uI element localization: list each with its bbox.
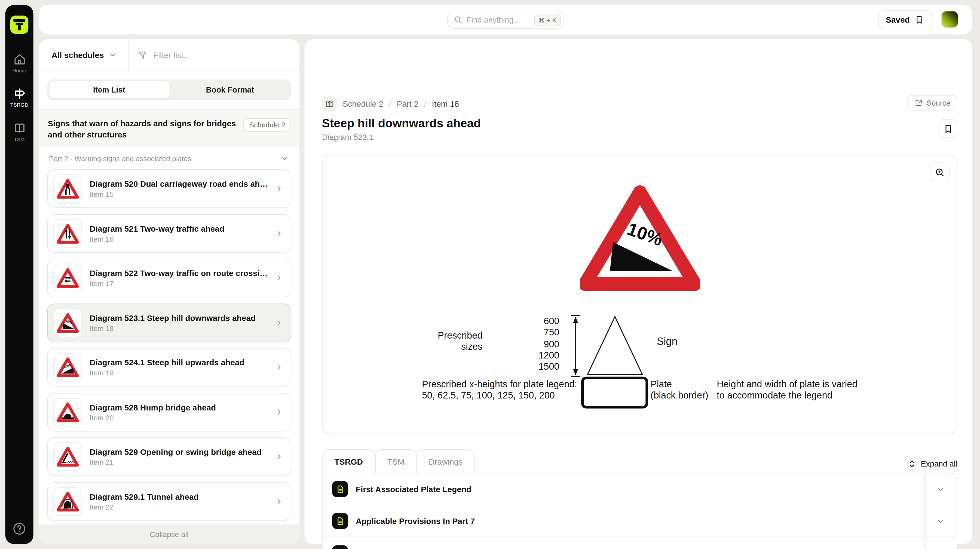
list-item-subtitle: Item 19: [89, 369, 245, 377]
search-shortcut-badge: ⌘ + K: [534, 13, 561, 26]
schedules-dropdown[interactable]: All schedules: [39, 40, 129, 71]
schedules-dropdown-label: All schedules: [51, 50, 104, 60]
accordion-row[interactable]: First Associated Plate Legend: [323, 473, 956, 505]
signpost-icon: [13, 87, 26, 100]
chevron-right-icon: [274, 318, 284, 328]
list-item-subtitle: Item 16: [89, 235, 224, 243]
page-title: Steep hill downwards ahead: [322, 117, 481, 130]
accordion-row-icon: [332, 513, 348, 529]
list-item[interactable]: Diagram 522 Two-way traffic on route cro…: [47, 259, 291, 297]
part-collapse-row[interactable]: Part 2 · Warning signs and associated pl…: [39, 148, 299, 168]
tab-item-list[interactable]: Item List: [48, 81, 170, 99]
collapse-all-button[interactable]: Collapse all: [39, 525, 299, 544]
steep-hill-sign-image: 10%: [580, 180, 700, 292]
global-search-input[interactable]: Find anything... ⌘ + K: [447, 11, 564, 29]
list-item[interactable]: Diagram 529 Opening or swing bridge ahea…: [47, 437, 291, 476]
book-badge-icon: [322, 96, 337, 111]
list-item-title: Diagram 521 Two-way traffic ahead: [89, 224, 224, 233]
breadcrumb-part[interactable]: Part 2: [397, 99, 418, 108]
list-item-subtitle: Item 15: [89, 191, 272, 198]
chevron-right-icon: [274, 362, 284, 372]
help-button[interactable]: [12, 522, 27, 536]
list-item[interactable]: Diagram 528 Hump bridge ahead Item 20: [47, 393, 291, 431]
bookmark-item-button[interactable]: [939, 119, 958, 138]
top-bar: Find anything... ⌘ + K Saved: [39, 5, 972, 34]
sign-thumbnail: [53, 264, 82, 293]
accordion-row[interactable]: Applicable Provisions In Part 7: [323, 505, 956, 537]
list-item-title: Diagram 524.1 Steep hill upwards ahead: [89, 358, 245, 367]
item-list-panel: All schedules Filter list... Item List B…: [39, 40, 299, 544]
list-item-title: Diagram 523.1 Steep hill downwards ahead: [89, 313, 256, 323]
sign-thumbnail: [53, 487, 82, 516]
breadcrumb-schedule[interactable]: Schedule 2: [342, 99, 383, 108]
expand-all-button[interactable]: Expand all: [907, 459, 957, 474]
list-item[interactable]: Diagram 529.1 Tunnel ahead Item 22: [47, 482, 291, 521]
sidebar-item-home[interactable]: Home: [5, 53, 33, 74]
expand-icon: [907, 459, 916, 468]
chevron-right-icon: [274, 407, 284, 417]
rail-item-label: Home: [13, 68, 26, 74]
saved-button-label: Saved: [886, 15, 910, 24]
accordion-expand-cell[interactable]: [924, 505, 956, 536]
dimension-arrow: [571, 315, 581, 377]
list-item-title: Diagram 520 Dual carriageway road ends a…: [89, 179, 272, 189]
rail-item-label: TSRGD: [10, 102, 29, 108]
sign-callout-label: Sign: [657, 335, 678, 347]
bookmark-icon: [914, 15, 924, 25]
accordion-row-icon: [332, 481, 348, 497]
chevron-right-icon: [274, 452, 284, 461]
list-panel-header: All schedules Filter list...: [39, 40, 299, 71]
source-button-label: Source: [927, 98, 950, 107]
accordion-row-label: Applicable Provisions In Part 7: [356, 516, 924, 525]
list-item-title: Diagram 529.1 Tunnel ahead: [89, 492, 199, 501]
list-item[interactable]: Diagram 520 Dual carriageway road ends a…: [47, 169, 291, 208]
funnel-icon: [137, 50, 148, 60]
schedule-section-title: Signs that warn of hazards and signs for…: [48, 118, 237, 140]
chevron-down-icon: [280, 154, 290, 163]
breadcrumb-separator: /: [424, 99, 426, 108]
sidebar-item-tsm[interactable]: TSM: [5, 121, 33, 142]
book-icon: [13, 121, 26, 135]
user-avatar[interactable]: [941, 11, 958, 28]
list-item-subtitle: Item 20: [89, 414, 216, 421]
tab-book-format[interactable]: Book Format: [170, 81, 290, 99]
external-link-icon: [914, 98, 923, 107]
sidebar-item-tsrgd[interactable]: TSRGD: [5, 87, 33, 108]
sign-thumbnail: [53, 174, 82, 203]
tab-tsrgd[interactable]: TSRGD: [322, 449, 375, 473]
chevron-down-icon: [108, 51, 117, 59]
schedule-badge: Schedule 2: [243, 118, 291, 132]
list-item-title: Diagram 528 Hump bridge ahead: [89, 403, 216, 412]
sign-thumbnail: [53, 353, 82, 382]
accordion-row[interactable]: Supplementary Associated Plate By Refere…: [323, 537, 956, 549]
detail-panel: Schedule 2 / Part 2 / Item 18 Source Ste…: [304, 40, 972, 544]
breadcrumb-separator: /: [389, 99, 391, 108]
accordion-expand-cell[interactable]: [924, 473, 956, 504]
list-item[interactable]: Diagram 523.1 Steep hill downwards ahead…: [47, 303, 291, 342]
plate-size-note: Height and width of plate is variedto ac…: [717, 379, 858, 401]
list-item-subtitle: Item 21: [89, 458, 262, 466]
list-item[interactable]: Diagram 521 Two-way traffic ahead Item 1…: [47, 214, 291, 253]
filter-input[interactable]: Filter list...: [129, 40, 299, 71]
source-button[interactable]: Source: [907, 95, 958, 110]
nav-rail: Home TSRGD TSM: [5, 5, 33, 544]
chevron-right-icon: [274, 496, 284, 506]
zoom-in-button[interactable]: [930, 162, 950, 182]
diagram-number: Diagram 523.1: [322, 133, 373, 142]
accordion-expand-cell[interactable]: [924, 537, 956, 549]
saved-button[interactable]: Saved: [878, 10, 932, 29]
tab-tsm[interactable]: TSM: [375, 449, 417, 473]
tab-drawings[interactable]: Drawings: [416, 449, 475, 473]
list-item-subtitle: Item 22: [89, 503, 199, 511]
sign-outline-shape: [584, 315, 646, 377]
accordion-row-icon: [332, 545, 348, 549]
breadcrumb-item: Item 18: [432, 99, 459, 108]
list-item-subtitle: Item 17: [89, 280, 272, 287]
plate-callout-label: Plate(black border): [651, 379, 708, 401]
plate-shape: [581, 377, 648, 409]
chevron-right-icon: [274, 273, 284, 283]
search-placeholder: Find anything...: [466, 15, 530, 24]
app-logo[interactable]: [10, 16, 29, 34]
rail-item-label: TSM: [14, 137, 25, 143]
list-item[interactable]: Diagram 524.1 Steep hill upwards ahead I…: [47, 348, 291, 387]
